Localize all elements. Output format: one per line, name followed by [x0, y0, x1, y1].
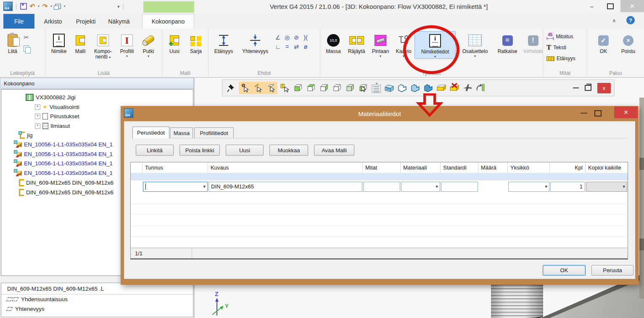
undo-dropdown-icon[interactable]: ▾	[38, 5, 40, 8]
view-shaded-side-icon[interactable]	[319, 82, 330, 93]
column-header-kuvaus[interactable]: Kuvaus	[208, 162, 363, 173]
parallel-constraint-icon[interactable]: ⇄	[292, 42, 301, 51]
column-header-kopioi-kaikille[interactable]: Kopioi kaikille	[586, 162, 628, 173]
save-icon[interactable]	[20, 3, 27, 10]
angle-constraint-icon[interactable]: ∠	[273, 33, 282, 42]
equal-constraint-icon[interactable]: =	[282, 42, 292, 51]
tree-item-piirustukset[interactable]: + Piirustukset	[35, 112, 79, 120]
column-header-yksikko[interactable]: Yksikkö	[508, 162, 550, 173]
yhtenevyys-button[interactable]: Yhtenevyys	[237, 31, 273, 54]
solid-mode-shaded-icon[interactable]	[410, 82, 421, 93]
column-header-materiaali[interactable]: Materiaali	[401, 162, 441, 173]
window-maximize-button[interactable]	[602, 0, 619, 12]
remove-link-button[interactable]: Poista linkki	[179, 145, 220, 156]
dialog-close-button[interactable]: ✕	[614, 106, 638, 118]
putki-button[interactable]: Putki ▾	[138, 31, 159, 58]
dialog-tab-profiilitiedot[interactable]: Profiilitiedot	[194, 127, 234, 138]
redo-dropdown-icon[interactable]: ▾	[50, 5, 52, 8]
view-wireframe-icon[interactable]	[332, 82, 343, 93]
virheloki-button[interactable]: ! Virheloki	[520, 31, 546, 54]
materiaali-combobox[interactable]	[401, 182, 440, 192]
etaisyys-button[interactable]: Etäisyys	[210, 31, 237, 54]
tree-item-en-profile[interactable]: EN_10056-1-L1-035x035x04 EN_1	[16, 140, 113, 148]
app-logo-icon[interactable]: G4	[3, 2, 13, 11]
kopioi-kaikille-combobox[interactable]	[586, 182, 627, 192]
nimike-button[interactable]: i Nimike	[47, 31, 71, 54]
column-header-mitat[interactable]: Mitat	[363, 162, 401, 173]
customize-quick-access-icon[interactable]: ▾	[117, 4, 119, 9]
tangent-constraint-icon[interactable]: ⊘	[292, 33, 301, 42]
expander-icon[interactable]: +	[35, 104, 40, 110]
cascade-windows-icon[interactable]	[55, 4, 61, 9]
profiili-dropdown-icon[interactable]: ▾	[126, 54, 128, 58]
column-header-tunnus[interactable]: Tunnus	[143, 162, 208, 173]
constraint-item-coincident[interactable]: Yhtenevyys	[1, 304, 193, 314]
tree-item-en-profile[interactable]: EN_10056-1-L1-035x035x04 EN_1	[16, 159, 113, 167]
column-header-maara[interactable]: Määrä	[478, 162, 508, 173]
tree-item-ilmiasut[interactable]: + Ilmiasut	[35, 122, 70, 130]
viewport-restore-icon[interactable]	[585, 85, 591, 91]
tree-item-en-profile[interactable]: EN_10056-1-L1-035x035x04 EN_1	[16, 150, 113, 158]
window-close-button[interactable]: ✕	[620, 0, 644, 12]
ratkaise-button[interactable]: = Ratkaise	[494, 31, 520, 54]
cascade-dropdown-icon[interactable]: ▾	[64, 5, 66, 8]
sarja-button[interactable]: Sarja	[185, 31, 207, 54]
cut-icon[interactable]: ✂	[24, 34, 29, 41]
kuvaus-field[interactable]: DIN_609-M12x65	[209, 182, 362, 192]
tree-item-jig[interactable]: jig	[20, 131, 33, 139]
dialog-cancel-button[interactable]: Peruuta	[591, 265, 633, 276]
pin-toolbar-icon[interactable]	[226, 82, 237, 93]
teksti-button[interactable]: T Teksti	[543, 42, 587, 53]
view-shaded-front-icon[interactable]	[293, 82, 304, 93]
dialog-tab-massa[interactable]: Massa	[170, 127, 193, 138]
redo-icon[interactable]: ↷	[42, 3, 48, 9]
kpl-field[interactable]: 1	[550, 182, 585, 192]
tree-item-en-profile[interactable]: EN_10056-1-L1-035x035x04 EN_1	[16, 169, 113, 177]
ok-button[interactable]: ✓ OK	[593, 31, 615, 54]
mitoitus-button[interactable]: 45⊢⊣ Mitoitus	[543, 31, 587, 42]
new-button[interactable]: Uusi	[226, 145, 264, 156]
solid-mode-hatched-icon[interactable]	[384, 82, 395, 93]
delete-workplane-icon[interactable]	[449, 82, 460, 93]
profiili-button[interactable]: I Profiili ▾	[116, 31, 138, 58]
column-header-standardi[interactable]: Standardi	[441, 162, 478, 173]
feature-list-icon[interactable]	[371, 82, 382, 93]
concentric-constraint-icon[interactable]: ◎	[282, 33, 292, 42]
dialog-titlebar[interactable]: G4 Materiaalitiedot ✕	[121, 106, 639, 121]
putki-dropdown-icon[interactable]: ▾	[148, 54, 149, 58]
tab-file[interactable]: File	[3, 14, 34, 29]
edit-button[interactable]: Muokkaa	[269, 145, 308, 156]
window-minimize-button[interactable]: –	[583, 0, 600, 12]
rajayta-button[interactable]: Räjäytä	[345, 31, 368, 54]
tree-item-root[interactable]: VX3000882 Jigi	[26, 93, 76, 101]
mitat-etaisyys-button[interactable]: Etäisyys	[543, 53, 587, 64]
tab-nakyma[interactable]: Näkymä	[104, 14, 134, 29]
link-button[interactable]: Linkitä	[136, 145, 174, 156]
workplane-icon[interactable]	[436, 82, 447, 93]
select-component-icon[interactable]	[280, 82, 290, 93]
tab-arkisto[interactable]: Arkisto	[38, 14, 68, 29]
fly-mode-icon[interactable]	[462, 82, 473, 93]
fix-constraint-icon[interactable]: ø	[301, 42, 310, 51]
select-edge-icon[interactable]	[253, 82, 264, 93]
tab-kokoonpano[interactable]: Kokoonpano	[142, 14, 194, 29]
rotate-view-icon[interactable]	[475, 82, 486, 93]
standardi-field[interactable]	[441, 182, 478, 192]
dialog-ok-button[interactable]: OK	[543, 265, 586, 276]
tree-item-din-screw[interactable]: DIN_609-M12x65 DIN_609-M12x6	[19, 188, 113, 196]
osaluettelo-button[interactable]: Osaluettelo ▾	[456, 31, 494, 58]
dialog-maximize-button[interactable]	[594, 110, 602, 117]
tunnus-combobox[interactable]	[143, 182, 208, 192]
uusi-button[interactable]: + Uusi	[164, 31, 185, 54]
perpendicular-constraint-icon[interactable]: ∟	[273, 42, 282, 51]
select-face-icon[interactable]	[266, 82, 277, 93]
paste-button[interactable]: Liitä	[2, 31, 24, 54]
osaluettelo-dropdown-icon[interactable]: ▾	[474, 54, 476, 58]
model-threaded-bolt[interactable]	[491, 285, 543, 318]
symmetry-constraint-icon[interactable]: )(	[301, 33, 310, 42]
komponentti-button[interactable]: Kompo- nentti ▾	[90, 31, 116, 60]
solid-mode-wireframe-icon[interactable]	[397, 82, 408, 93]
open-model-button[interactable]: Avaa Malli	[314, 145, 354, 156]
viewport-close-icon[interactable]: x	[597, 83, 611, 93]
undo-icon[interactable]: ↶	[30, 3, 35, 9]
